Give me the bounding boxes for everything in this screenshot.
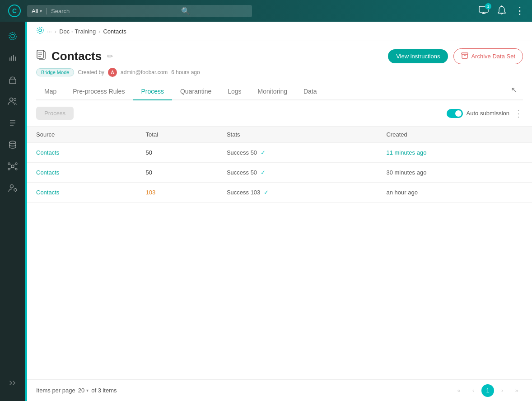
next-page-button[interactable]: › [496,384,509,397]
monitor-icon-button[interactable]: 1 [479,6,489,16]
footer-left: Items per page 20 ▾ of 3 items [36,387,117,394]
search-type-dropdown[interactable]: All ▾ [32,8,42,14]
created-time: 11 minutes ago [386,149,426,156]
source-link[interactable]: Contacts [36,149,59,156]
svg-point-23 [10,185,14,188]
stats-label: Success [227,169,251,176]
source-link[interactable]: Contacts [36,169,59,176]
app-logo[interactable]: C [7,4,22,18]
stats-label: Success [227,149,251,156]
toolbar-more-icon[interactable]: ⋮ [514,108,523,119]
table-row: Contacts 50 Success 50 ✓ 11 minutes ago [27,143,532,163]
sidebar-item-people[interactable] [4,92,22,110]
svg-point-29 [39,29,42,32]
tab-map[interactable]: Map [36,83,65,100]
table-row: Contacts 103 Success 103 ✓ an hour ago [27,183,532,203]
bell-icon-button[interactable] [498,5,506,17]
svg-line-19 [10,164,12,165]
first-page-button[interactable]: « [453,384,465,397]
total-value: 50 [146,169,152,176]
tab-monitoring[interactable]: Monitoring [250,83,295,100]
stats-value: 103 [251,189,261,196]
stats-value: 50 [251,149,257,156]
tab-preprocess-rules[interactable]: Pre-process Rules [65,83,133,100]
svg-point-24 [14,189,17,191]
main-layout: ··· › Doc - Training › Contacts [0,22,532,401]
breadcrumb-dots[interactable]: ··· [47,28,52,35]
search-container: All ▾ | 🔍 [27,5,252,17]
dropdown-chevron-icon: ▾ [40,9,42,14]
page-header: Contacts ✏ View instructions Arc [27,41,532,100]
col-stats: Stats [218,127,378,143]
svg-rect-35 [462,53,468,54]
search-icon[interactable]: 🔍 [181,7,190,15]
sidebar-item-tools[interactable] [4,114,22,132]
svg-rect-31 [37,50,43,58]
page-title-left: Contacts ✏ [36,49,113,63]
last-page-button[interactable]: » [510,384,523,397]
page-1-button[interactable]: 1 [481,384,494,397]
col-created: Created [377,127,532,143]
created-time: an hour ago [386,189,417,196]
footer: Items per page 20 ▾ of 3 items « ‹ 1 › » [27,379,532,401]
breadcrumb-current: Contacts [103,28,126,35]
svg-point-15 [8,163,10,165]
items-per-page-label: Items per page [36,387,75,394]
created-time: 30 minutes ago [386,169,426,176]
archive-dataset-button[interactable]: Archive Data Set [453,48,523,64]
breadcrumb-sep-2: › [98,28,100,35]
stats-cell: Success 50 ✓ [218,163,378,183]
stats-cell: Success 103 ✓ [218,183,378,203]
tab-logs[interactable]: Logs [219,83,249,100]
sidebar-expand-icon[interactable] [4,374,22,392]
sidebar-item-home[interactable] [4,27,22,45]
svg-point-9 [14,99,16,101]
page-doc-icon [36,50,46,63]
process-section: Process Auto submission ⋮ Source Total S… [27,100,532,379]
col-total: Total [137,127,218,143]
table-body: Contacts 50 Success 50 ✓ 11 minutes ago … [27,143,532,203]
source-link[interactable]: Contacts [36,189,59,196]
check-icon: ✓ [261,149,266,156]
page-actions: View instructions Archive Data Set [388,48,523,64]
per-page-chevron-icon: ▾ [86,388,89,393]
per-page-select[interactable]: 20 ▾ [78,387,89,394]
process-toolbar: Process Auto submission ⋮ [27,100,532,126]
per-page-value: 20 [78,387,84,394]
breadcrumb-home-icon[interactable] [36,26,44,36]
page-meta: Bridge Mode Created by A admin@foobar.co… [36,68,523,77]
breadcrumb: ··· › Doc - Training › Contacts [27,22,532,41]
created-by-label: Created by [78,69,104,75]
prev-page-button[interactable]: ‹ [467,384,480,397]
auto-submission-toggle[interactable] [447,109,463,118]
svg-point-5 [11,34,14,38]
sidebar [0,22,25,401]
tab-data[interactable]: Data [295,83,325,100]
sidebar-item-database[interactable] [4,136,22,154]
sidebar-item-analytics[interactable] [4,49,22,67]
page-title-row: Contacts ✏ View instructions Arc [36,48,523,64]
auto-submission-toggle-container: Auto submission [447,109,509,118]
breadcrumb-parent[interactable]: Doc - Training [59,28,96,35]
process-toolbar-right: Auto submission ⋮ [447,108,523,119]
sidebar-item-user-settings[interactable] [4,179,22,197]
sidebar-item-connections[interactable] [4,157,22,175]
check-icon: ✓ [264,189,269,196]
archive-icon [461,52,468,60]
breadcrumb-sep-1: › [55,28,56,35]
view-instructions-button[interactable]: View instructions [388,49,448,63]
svg-text:C: C [12,7,17,14]
auto-submission-label: Auto submission [467,110,509,117]
more-options-icon[interactable]: ⋮ [515,5,525,17]
edit-icon[interactable]: ✏ [107,52,113,61]
process-button[interactable]: Process [36,107,74,120]
svg-point-6 [9,33,16,40]
sidebar-item-lock[interactable] [4,71,22,89]
search-input[interactable] [51,8,177,14]
tab-quarantine[interactable]: Quarantine [172,83,219,100]
col-source: Source [27,127,137,143]
total-value-highlight: 103 [146,189,156,196]
tab-process[interactable]: Process [133,83,172,100]
page-title: Contacts [51,49,102,63]
svg-point-17 [8,168,10,170]
